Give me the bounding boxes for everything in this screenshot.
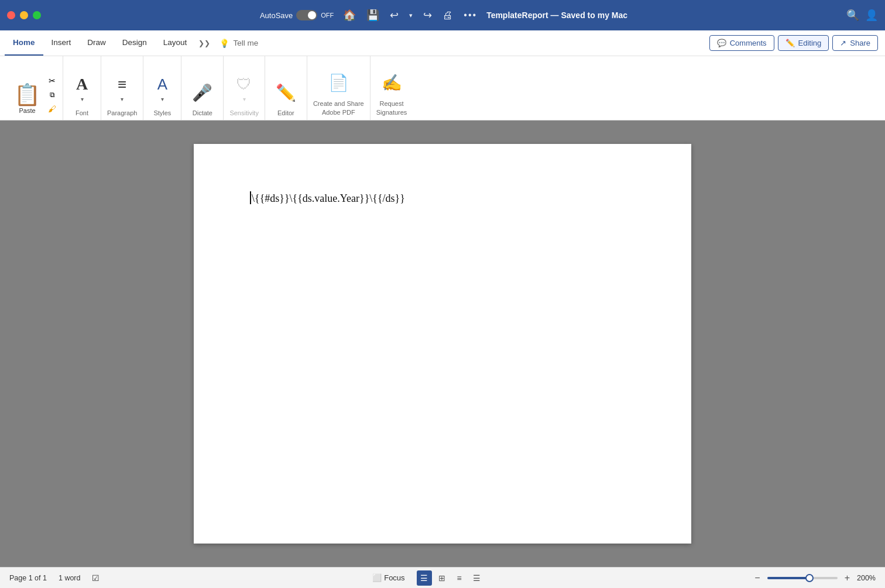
document-area: \{{#ds}}\{{ds.value.Year}}\{{/ds}} [0, 121, 885, 567]
toggle-knob [308, 11, 316, 19]
redo-icon[interactable]: ↪ [423, 9, 432, 22]
paste-icon: 📋 [14, 82, 40, 107]
sensitivity-button[interactable]: 🛡 ▾ [231, 73, 257, 105]
tab-design[interactable]: Design [114, 30, 155, 56]
zoom-thumb[interactable] [805, 574, 814, 582]
font-button[interactable]: A ▾ [69, 73, 95, 105]
undo-dropdown-icon[interactable]: ▾ [409, 12, 413, 19]
document-page[interactable]: \{{#ds}}\{{ds.value.Year}}\{{/ds}} [194, 144, 691, 544]
request-signatures-button[interactable]: ✍️ [377, 71, 407, 95]
sensitivity-icon: 🛡 [236, 75, 252, 94]
ribbon-group-paste: 📋 Paste ✂ ⧉ 🖌 [5, 56, 63, 120]
print-icon[interactable]: 🖨 [442, 9, 453, 22]
dictate-label: Dictate [193, 109, 212, 116]
comments-label: Comments [730, 39, 767, 47]
ribbon-group-styles: A ▾ Styles [143, 56, 181, 120]
ribbon-group-dictate: 🎤 Dictate [181, 56, 224, 120]
print-layout-view-button[interactable]: ☰ [417, 570, 432, 586]
search-icon[interactable]: 🔍 [846, 9, 859, 22]
statusbar: Page 1 of 1 1 word ☑ ⬜ Focus ☰ ⊞ ≡ ☰ − +… [0, 567, 885, 588]
status-center: ⬜ Focus ☰ ⊞ ≡ ☰ [100, 570, 752, 586]
outline-view-button[interactable]: ≡ [452, 570, 467, 586]
ribbon-group-font: A ▾ Font [63, 56, 101, 120]
styles-button[interactable]: A ▾ [149, 73, 175, 105]
focus-label: Focus [384, 573, 404, 582]
paste-button[interactable]: 📋 Paste [11, 80, 44, 116]
ribbon-group-create-share-pdf: 📄 Create and ShareAdobe PDF [307, 56, 371, 120]
home-icon[interactable]: 🏠 [343, 9, 356, 22]
tell-me-label: Tell me [233, 39, 258, 47]
spellcheck-icon[interactable]: ☑ [92, 573, 100, 583]
share-icon: ↗ [840, 39, 846, 47]
format-painter-button[interactable]: 🖌 [45, 102, 59, 115]
paste-items: 📋 Paste ✂ ⧉ 🖌 [11, 74, 59, 116]
sensitivity-dropdown-icon: ▾ [243, 96, 246, 102]
styles-label: Styles [153, 109, 171, 116]
copy-button[interactable]: ⧉ [45, 88, 59, 101]
zoom-out-button[interactable]: − [752, 573, 762, 583]
minimize-button[interactable] [20, 11, 28, 19]
ribbon: 📋 Paste ✂ ⧉ 🖌 A ▾ Font ≡ ▾ Paragraph A ▾ [0, 56, 885, 121]
read-mode-view-button[interactable]: ☰ [469, 570, 485, 586]
zoom-level: 200% [857, 574, 876, 582]
status-left: Page 1 of 1 1 word ☑ [9, 573, 100, 583]
sensitivity-label: Sensitivity [229, 109, 259, 116]
cut-button[interactable]: ✂ [45, 74, 59, 87]
ribbon-group-request-signatures: ✍️ RequestSignatures [371, 56, 413, 120]
comments-button[interactable]: 💬 Comments [709, 35, 774, 51]
tell-me[interactable]: 💡 Tell me [214, 30, 264, 56]
menu-tabs: Home Insert Draw Design Layout ❯❯ 💡 Tell… [5, 30, 709, 56]
paragraph-button[interactable]: ≡ ▾ [109, 73, 135, 105]
zoom-in-button[interactable]: + [842, 573, 852, 583]
page-info: Page 1 of 1 [9, 574, 47, 582]
menu-more-arrows[interactable]: ❯❯ [195, 30, 214, 56]
titlebar-right: 🔍 👤 [846, 9, 878, 22]
dictate-button[interactable]: 🎤 [187, 81, 217, 105]
microphone-icon: 🎤 [192, 83, 212, 102]
text-cursor [250, 191, 251, 204]
undo-icon[interactable]: ↩ [390, 9, 399, 22]
create-share-pdf-button[interactable]: 📄 [324, 71, 354, 95]
document-title: TemplateReport — Saved to my Mac [486, 11, 627, 20]
tab-insert[interactable]: Insert [43, 30, 80, 56]
document-text: \{{#ds}}\{{ds.value.Year}}\{{/ds}} [252, 192, 405, 204]
font-icon: A [76, 75, 88, 94]
editor-label: Editor [277, 109, 294, 116]
close-button[interactable] [7, 11, 15, 19]
paste-small-buttons: ✂ ⧉ 🖌 [45, 74, 59, 116]
more-icon[interactable]: ••• [464, 10, 477, 20]
web-layout-view-button[interactable]: ⊞ [434, 570, 450, 586]
comments-icon: 💬 [717, 39, 726, 47]
autosave-toggle[interactable] [296, 10, 317, 20]
focus-button[interactable]: ⬜ Focus [368, 572, 409, 583]
ribbon-group-paragraph: ≡ ▾ Paragraph [101, 56, 143, 120]
create-share-pdf-label: Create and ShareAdobe PDF [313, 99, 364, 116]
titlebar: AutoSave OFF 🏠 💾 ↩ ▾ ↪ 🖨 ••• TemplateRep… [0, 0, 885, 30]
save-icon[interactable]: 💾 [366, 9, 379, 22]
autosave-state: OFF [321, 12, 334, 19]
editing-label: Editing [798, 39, 822, 47]
view-buttons: ☰ ⊞ ≡ ☰ [417, 570, 485, 586]
tab-layout[interactable]: Layout [155, 30, 195, 56]
paragraph-icon: ≡ [118, 75, 126, 94]
pencil-icon: ✏️ [785, 39, 795, 47]
zoom-track [767, 577, 809, 579]
ribbon-group-editor: ✏️ Editor [265, 56, 307, 120]
font-dropdown-icon: ▾ [81, 96, 84, 102]
zoom-slider[interactable] [767, 577, 838, 579]
word-count: 1 word [59, 574, 81, 582]
status-right: − + 200% [752, 573, 876, 583]
editor-icon: ✏️ [276, 83, 296, 102]
tab-draw[interactable]: Draw [79, 30, 114, 56]
editing-button[interactable]: ✏️ Editing [778, 35, 829, 51]
titlebar-center: AutoSave OFF 🏠 💾 ↩ ▾ ↪ 🖨 ••• TemplateRep… [46, 9, 842, 22]
profile-icon[interactable]: 👤 [865, 9, 878, 22]
tab-home[interactable]: Home [5, 30, 43, 56]
maximize-button[interactable] [33, 11, 41, 19]
document-content[interactable]: \{{#ds}}\{{ds.value.Year}}\{{/ds}} [250, 191, 635, 207]
ribbon-group-sensitivity: 🛡 ▾ Sensitivity [224, 56, 265, 120]
styles-dropdown-icon: ▾ [161, 96, 164, 102]
paste-label: Paste [19, 107, 35, 114]
editor-button[interactable]: ✏️ [271, 81, 301, 105]
share-button[interactable]: ↗ Share [832, 35, 878, 51]
